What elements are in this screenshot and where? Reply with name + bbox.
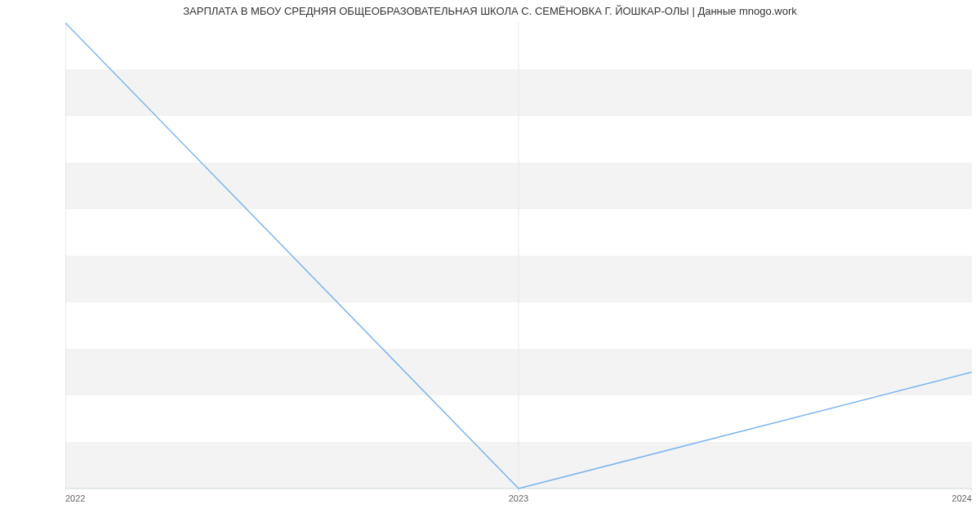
x-tick-label: 2023 [509,493,528,503]
chart-container: ЗАРПЛАТА В МБОУ СРЕДНЯЯ ОБЩЕОБРАЗОВАТЕЛЬ… [0,0,980,531]
chart-svg: 3000032000340003600038000400004200044000… [65,23,972,513]
chart-title: ЗАРПЛАТА В МБОУ СРЕДНЯЯ ОБЩЕОБРАЗОВАТЕЛЬ… [0,5,980,17]
plot-area: 3000032000340003600038000400004200044000… [65,23,972,489]
x-tick-label: 2024 [952,493,972,503]
x-tick-label: 2022 [65,493,85,503]
